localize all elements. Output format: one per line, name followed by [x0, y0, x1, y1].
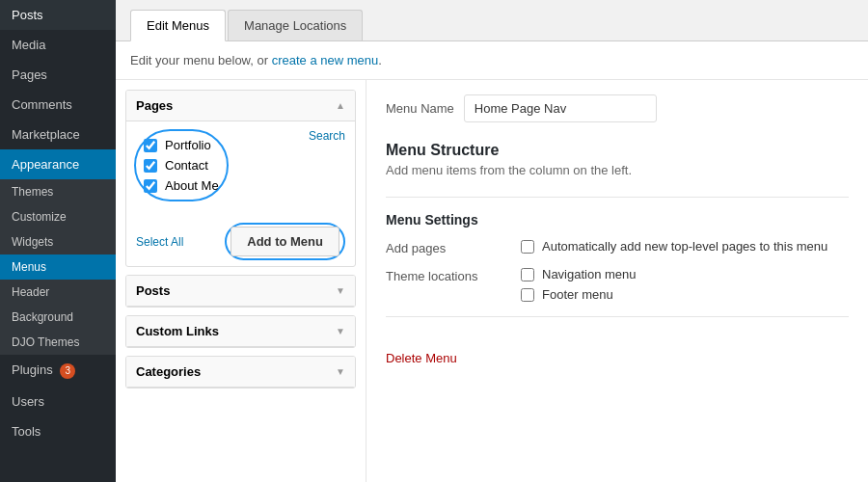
- custom-links-title: Custom Links: [136, 324, 219, 338]
- sidebar-item-menus[interactable]: Menus: [0, 254, 116, 280]
- tab-manage-locations[interactable]: Manage Locations: [228, 10, 363, 40]
- delete-menu-link[interactable]: Delete Menu: [386, 351, 457, 365]
- add-to-menu-oval: Add to Menu: [225, 223, 345, 260]
- custom-links-arrow: ▼: [336, 326, 345, 336]
- pages-list: Search Portfolio Contact: [126, 121, 355, 217]
- categories-header[interactable]: Categories ▼: [126, 357, 355, 388]
- checkbox-about-me[interactable]: About Me: [144, 175, 219, 196]
- theme-locations-row: Theme locations Navigation menu Footer m…: [386, 267, 849, 302]
- posts-section-header[interactable]: Posts ▼: [126, 276, 355, 307]
- sidebar-item-widgets[interactable]: Widgets: [0, 229, 116, 254]
- about-me-checkbox[interactable]: [144, 179, 157, 193]
- auto-add-label: Automatically add new top-level pages to…: [542, 239, 827, 254]
- portfolio-checkbox[interactable]: [144, 139, 157, 152]
- tab-edit-menus[interactable]: Edit Menus: [130, 10, 226, 41]
- checkbox-portfolio[interactable]: Portfolio: [144, 135, 219, 155]
- pages-section-title: Pages: [136, 98, 173, 113]
- add-pages-options: Automatically add new top-level pages to…: [521, 239, 827, 254]
- add-pages-row: Add pages Automatically add new top-leve…: [386, 239, 849, 255]
- select-all-link[interactable]: Select All: [136, 235, 183, 249]
- menu-settings-title: Menu Settings: [386, 212, 849, 228]
- posts-section-title: Posts: [136, 283, 170, 298]
- menu-name-row: Menu Name: [386, 94, 849, 122]
- plugins-badge: 3: [60, 363, 75, 379]
- sidebar-item-pages[interactable]: Pages: [0, 60, 116, 90]
- categories-section: Categories ▼: [125, 356, 356, 388]
- menu-structure-desc: Add menu items from the column on the le…: [386, 163, 849, 177]
- theme-locations-label: Theme locations: [386, 267, 502, 283]
- posts-section: Posts ▼: [125, 275, 356, 308]
- content-area: Edit your menu below, or create a new me…: [116, 41, 868, 482]
- posts-arrow: ▼: [336, 285, 345, 296]
- checkbox-contact[interactable]: Contact: [144, 155, 219, 175]
- sidebar-item-posts[interactable]: Posts: [0, 0, 116, 30]
- right-panel: Menu Name Menu Structure Add menu items …: [366, 80, 868, 482]
- contact-checkbox[interactable]: [144, 159, 157, 173]
- nav-menu-label: Navigation menu: [542, 267, 637, 281]
- sidebar-item-themes[interactable]: Themes: [0, 179, 116, 204]
- divider-1: [386, 197, 849, 198]
- menu-structure-title: Menu Structure: [386, 142, 849, 159]
- auto-add-checkbox[interactable]: [521, 240, 534, 254]
- divider-2: [386, 316, 849, 317]
- sidebar-item-background[interactable]: Background: [0, 305, 116, 330]
- custom-links-header[interactable]: Custom Links ▼: [126, 316, 355, 347]
- footer-menu-label: Footer menu: [542, 287, 613, 302]
- sidebar-item-tools[interactable]: Tools: [0, 416, 116, 446]
- footer-menu-checkbox[interactable]: [521, 288, 534, 302]
- sidebar-item-customize[interactable]: Customize: [0, 204, 116, 229]
- menu-name-input[interactable]: [464, 94, 657, 122]
- auto-add-option[interactable]: Automatically add new top-level pages to…: [521, 239, 827, 254]
- sidebar-item-media[interactable]: Media: [0, 30, 116, 60]
- sidebar-item-djo-themes[interactable]: DJO Themes: [0, 330, 116, 355]
- menu-name-label: Menu Name: [386, 101, 454, 116]
- sidebar-item-appearance[interactable]: Appearance: [0, 149, 116, 179]
- sidebar-item-header[interactable]: Header: [0, 280, 116, 305]
- sidebar-item-plugins[interactable]: Plugins 3: [0, 355, 116, 387]
- add-to-menu-button[interactable]: Add to Menu: [231, 227, 339, 256]
- select-all-row: Select All Add to Menu: [126, 217, 355, 266]
- search-link[interactable]: Search: [309, 129, 345, 143]
- sidebar-item-users[interactable]: Users: [0, 387, 116, 416]
- nav-menu-checkbox[interactable]: [521, 268, 534, 281]
- sidebar: Posts Media Pages Comments Marketplace A…: [0, 0, 116, 482]
- nav-menu-option[interactable]: Navigation menu: [521, 267, 637, 281]
- tabs-bar: Edit Menus Manage Locations: [116, 0, 868, 41]
- custom-links-section: Custom Links ▼: [125, 315, 356, 348]
- create-new-menu-link[interactable]: create a new menu: [272, 53, 379, 67]
- sidebar-item-comments[interactable]: Comments: [0, 90, 116, 120]
- add-pages-label: Add pages: [386, 239, 502, 255]
- pages-section-header[interactable]: Pages ▲: [126, 91, 355, 121]
- pages-section-arrow: ▲: [336, 100, 345, 111]
- categories-title: Categories: [136, 364, 201, 379]
- sidebar-item-marketplace[interactable]: Marketplace: [0, 120, 116, 149]
- footer-menu-option[interactable]: Footer menu: [521, 287, 637, 302]
- left-panel: Pages ▲ Search Portfolio Conta: [116, 80, 366, 482]
- info-bar: Edit your menu below, or create a new me…: [116, 41, 868, 80]
- theme-locations-options: Navigation menu Footer menu: [521, 267, 637, 302]
- categories-arrow: ▼: [336, 366, 345, 377]
- panels: Pages ▲ Search Portfolio Conta: [116, 80, 868, 482]
- pages-section: Pages ▲ Search Portfolio Conta: [125, 90, 356, 267]
- pages-oval-highlight: Portfolio Contact About Me: [134, 129, 229, 201]
- main-content: Edit Menus Manage Locations Edit your me…: [116, 0, 868, 482]
